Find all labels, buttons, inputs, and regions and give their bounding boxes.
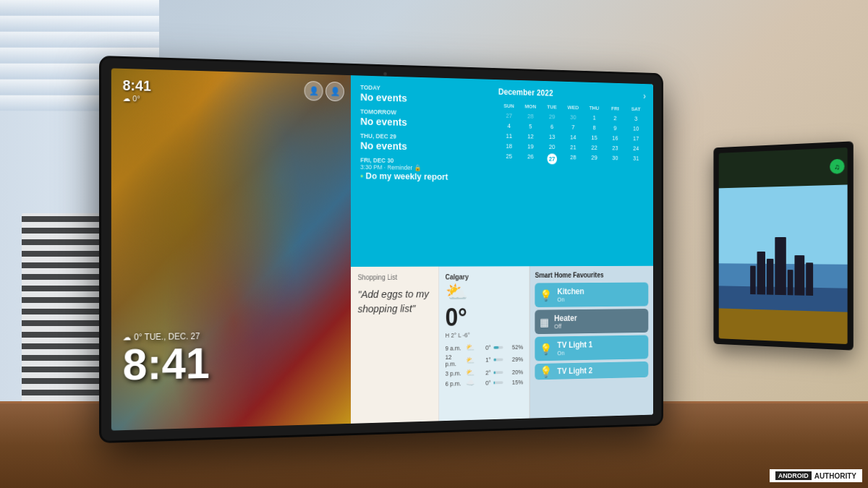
cal-date[interactable]: 9 (605, 123, 625, 132)
shopping-panel: Shopping List "Add eggs to my shopping l… (351, 267, 438, 424)
forecast-bar-bg (493, 371, 503, 374)
cal-date[interactable]: 29 (542, 112, 563, 122)
cal-day-tue: TUE (542, 103, 563, 112)
device-info: TV Light 1 On (557, 339, 643, 356)
calendar-header: December 2022 › (498, 86, 646, 100)
cal-date[interactable]: 2 (605, 114, 625, 123)
forecast-icon: ⛅ (466, 343, 475, 352)
forecast-pct: 52% (506, 343, 523, 351)
cal-date[interactable]: 1 (584, 113, 604, 123)
cal-date[interactable]: 13 (542, 132, 563, 142)
forecast-bar (493, 346, 498, 348)
smarthome-device-kitchen[interactable]: 💡 Kitchen On (535, 283, 649, 307)
device-list: 💡 Kitchen On ▦ Heater Off 💡 TV Light 1 O… (535, 283, 649, 380)
cal-date[interactable]: 16 (605, 133, 625, 142)
building (788, 270, 793, 295)
smarthome-device-heater[interactable]: ▦ Heater Off (535, 309, 649, 334)
device-icon: 💡 (540, 365, 553, 378)
cal-date[interactable]: 8 (584, 123, 604, 132)
cal-day-mon: MON (520, 102, 541, 111)
cal-date[interactable]: 21 (563, 142, 583, 152)
cal-date[interactable]: 5 (520, 121, 541, 132)
city-image (719, 184, 848, 344)
cal-date[interactable]: 12 (520, 132, 541, 142)
cal-date[interactable]: 3 (626, 114, 646, 123)
cal-day-sun: SUN (498, 101, 519, 111)
profile-avatar-2[interactable]: 👤 (326, 82, 345, 102)
small-clock-temp: ☁ 0° (123, 94, 151, 104)
forecast-icon: ⛅ (466, 369, 475, 377)
forecast-temp: 0° (477, 380, 490, 387)
forecast-temp: 1° (477, 356, 490, 364)
cal-date[interactable]: 28 (520, 111, 541, 121)
events-panel: Today No events Tomorrow No events Thu, … (351, 75, 490, 267)
device-info: Heater Off (554, 313, 644, 330)
cal-date[interactable]: 29 (584, 153, 604, 166)
cal-date[interactable]: 18 (498, 141, 519, 151)
weather-cloud-icon: ⛅ (446, 281, 524, 304)
forecast-temp: 0° (477, 344, 490, 351)
event-group-fri: Fri, Dec 30 3:30 PM · Reminder 🔒 • Do my… (360, 157, 482, 182)
event-bullet: • (360, 171, 363, 181)
cal-date[interactable]: 28 (563, 153, 583, 166)
right-panel: Today No events Tomorrow No events Thu, … (351, 75, 653, 424)
cal-date[interactable]: 14 (563, 132, 583, 142)
calendar-next-btn[interactable]: › (643, 90, 646, 101)
cal-date[interactable]: 6 (542, 122, 563, 132)
cal-date[interactable]: 10 (626, 124, 646, 133)
device-info: Kitchen On (557, 286, 643, 303)
cal-day-fri: FRI (605, 104, 625, 114)
monitor-screen: 8:41 ☁ 0° 👤 👤 ☁ 0° TUE., DEC. 27 8:41 (111, 68, 653, 430)
forecast-bar-bg (493, 359, 503, 361)
cal-date[interactable]: 30 (605, 153, 625, 167)
secondary-monitor-top: ♫ (719, 147, 848, 188)
device-name: Kitchen (557, 286, 643, 296)
forecast-bar-bg (493, 346, 503, 348)
building (750, 265, 756, 294)
top-section: Today No events Tomorrow No events Thu, … (351, 75, 653, 267)
weather-hi-lo: H 2° L -6° (446, 331, 524, 339)
big-clock-time: 8:41 (123, 341, 210, 388)
cal-date[interactable]: 24 (626, 144, 646, 153)
calendar-month-title: December 2022 (498, 87, 553, 98)
device-icon: 💡 (540, 342, 553, 355)
aa-logo: ANDROID (775, 471, 812, 480)
cal-date[interactable]: 30 (563, 112, 583, 122)
spotify-icon: ♫ (830, 159, 844, 174)
smarthome-device-tv-light 1[interactable]: 💡 TV Light 1 On (535, 335, 649, 361)
secondary-monitor: ♫ (713, 141, 853, 350)
cal-date[interactable]: 20 (542, 142, 563, 151)
aa-text: AUTHORITY (814, 472, 856, 480)
cal-date[interactable]: 22 (584, 143, 604, 153)
device-status: On (557, 296, 643, 303)
cal-date[interactable]: 27 (542, 152, 563, 166)
cal-date[interactable]: 17 (626, 134, 646, 143)
cal-today[interactable]: 27 (547, 153, 557, 164)
cal-day-thu: THU (584, 103, 604, 113)
cal-date[interactable]: 15 (584, 133, 604, 142)
forecast-icon: ⛅ (466, 356, 475, 364)
forecast-pct: 15% (506, 379, 523, 386)
cal-date[interactable]: 27 (498, 111, 519, 121)
profile-avatar-1[interactable]: 👤 (305, 81, 323, 101)
calendar-panel: December 2022 › SUN MON TUE WED THU FRI … (491, 80, 653, 267)
event-group-today: Today No events (360, 84, 482, 106)
cal-date[interactable]: 26 (520, 152, 541, 166)
cal-date[interactable]: 31 (626, 153, 646, 167)
building (775, 237, 786, 295)
cal-date[interactable]: 11 (498, 131, 519, 141)
cal-date[interactable]: 7 (563, 122, 583, 132)
cal-date[interactable]: 19 (520, 142, 541, 152)
artwork-clock-panel: 8:41 ☁ 0° 👤 👤 ☁ 0° TUE., DEC. 27 8:41 (111, 68, 352, 430)
cal-date[interactable]: 23 (605, 143, 625, 153)
smarthome-device-partial[interactable]: 💡 TV Light 2 (535, 361, 649, 380)
blind-stripe (0, 16, 159, 32)
building (794, 255, 804, 296)
device-name: TV Light 2 (557, 365, 643, 376)
main-monitor: 8:41 ☁ 0° 👤 👤 ☁ 0° TUE., DEC. 27 8:41 (101, 58, 661, 441)
forecast-time: 12 p.m. (446, 354, 464, 367)
cal-date[interactable]: 25 (498, 151, 519, 165)
cal-date[interactable]: 4 (498, 121, 519, 131)
event-no-events-thu: No events (360, 140, 482, 153)
bottom-section: Shopping List "Add eggs to my shopping l… (351, 266, 653, 424)
